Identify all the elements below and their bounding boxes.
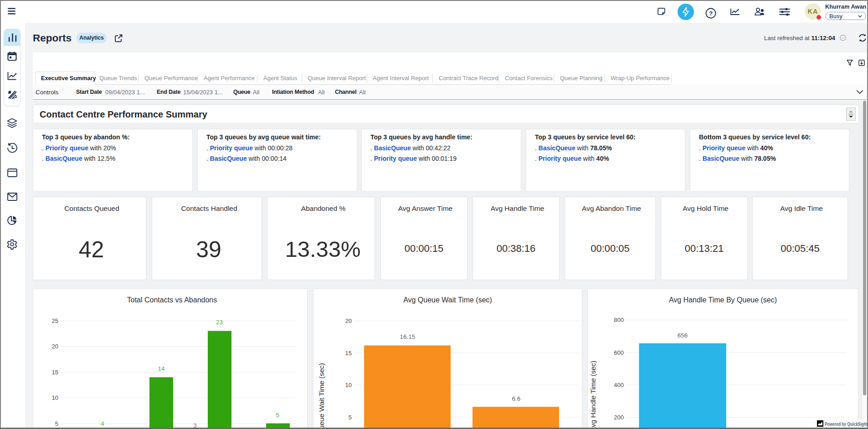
svg-text:5: 5 <box>349 414 352 421</box>
svg-text:5: 5 <box>55 420 58 427</box>
svg-text:10: 10 <box>52 394 58 401</box>
svg-text:?: ? <box>709 10 713 17</box>
svg-text:15: 15 <box>52 369 58 376</box>
svg-text:14: 14 <box>158 365 165 372</box>
svg-text:6.6: 6.6 <box>512 395 521 402</box>
svg-text:800: 800 <box>614 317 624 323</box>
svg-text:5: 5 <box>276 412 279 419</box>
svg-text:15: 15 <box>345 350 352 357</box>
svg-text:600: 600 <box>614 349 624 356</box>
svg-text:10: 10 <box>345 382 352 388</box>
svg-text:25: 25 <box>52 317 58 324</box>
svg-text:656: 656 <box>678 332 688 339</box>
svg-text:i: i <box>842 36 844 40</box>
svg-text:Avg Handle Time (sec): Avg Handle Time (sec) <box>589 361 597 429</box>
svg-text:4: 4 <box>101 420 104 427</box>
svg-text:23: 23 <box>216 319 223 326</box>
svg-text:20: 20 <box>52 343 58 350</box>
svg-text:Queue Wait Time (sec): Queue Wait Time (sec) <box>318 363 325 429</box>
svg-text:200: 200 <box>614 414 624 421</box>
svg-text:20: 20 <box>345 317 352 324</box>
svg-text:16.15: 16.15 <box>400 333 416 340</box>
svg-text:400: 400 <box>614 382 624 388</box>
